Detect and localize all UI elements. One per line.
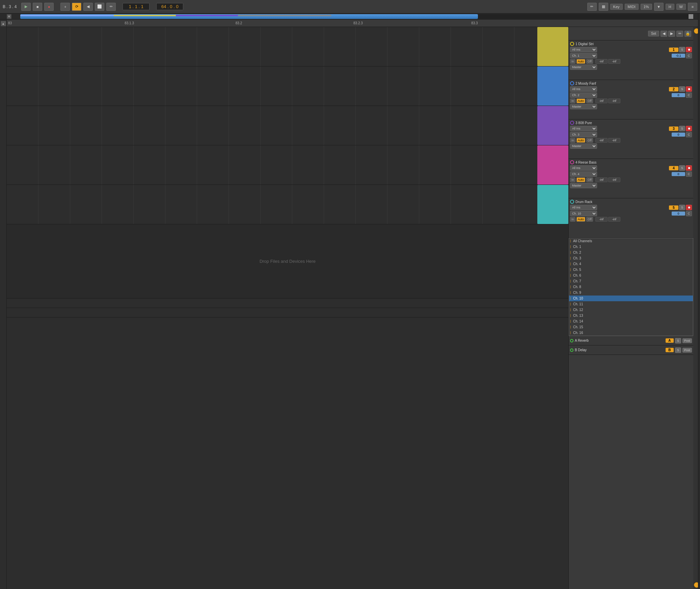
collapse-button[interactable]: ▲ — [1, 21, 6, 26]
track-4-channel-select[interactable]: Ch. 4 — [570, 171, 597, 177]
nav-forward-button[interactable]: ▶ — [668, 31, 675, 37]
track-5-c-button[interactable]: C — [686, 211, 692, 216]
track-2-in-button[interactable]: In — [570, 99, 575, 103]
return-track-b-solo-button[interactable]: S — [675, 347, 681, 353]
menu-button[interactable]: ≡ — [688, 3, 697, 11]
track-2-c-button[interactable]: C — [686, 92, 692, 98]
lock-button[interactable]: 🔒 — [684, 31, 691, 37]
track-4-input-select[interactable]: All Ins — [570, 165, 597, 171]
track-5-rec-button[interactable]: ⏺ — [686, 205, 692, 210]
track-3-output-select[interactable]: Master — [570, 143, 597, 149]
track-1-auto-button[interactable]: Auto — [576, 59, 586, 64]
play-button[interactable]: ▶ — [21, 3, 31, 11]
back-button[interactable]: ◀ — [83, 3, 93, 11]
track-2-rec-button[interactable]: ⏺ — [686, 86, 692, 92]
track-5-input-select[interactable]: All Ins — [570, 205, 597, 210]
track-3-rec-button[interactable]: ⏺ — [686, 126, 692, 131]
mixer-resize-handle[interactable] — [698, 27, 700, 589]
track-2-auto-button[interactable]: Auto — [576, 99, 586, 103]
nav-back-button[interactable]: ◀ — [661, 31, 667, 37]
track-1-in-button[interactable]: In — [570, 59, 575, 64]
track-3-pan[interactable]: 0 — [672, 133, 685, 137]
scroll-thumb[interactable] — [20, 14, 478, 19]
track-5-auto-button[interactable]: Auto — [576, 217, 586, 222]
dropdown-item-ch10-selected[interactable]: | Ch. 10 — [569, 296, 693, 301]
dropdown-item-ch9[interactable]: | Ch. 9 — [569, 290, 693, 296]
scroll-track[interactable] — [20, 14, 693, 19]
dropdown-item-ch16[interactable]: | Ch. 16 — [569, 330, 693, 336]
draw-button[interactable]: ✏ — [106, 3, 116, 11]
track-5-in-button[interactable]: In — [570, 217, 575, 222]
return-track-b-post-button[interactable]: Post — [682, 348, 692, 353]
track-3-input-select[interactable]: All Ins — [570, 126, 597, 131]
close-button[interactable]: ✕ — [7, 14, 11, 19]
clip-button[interactable]: ⬜ — [95, 3, 104, 11]
dropdown-item-ch3[interactable]: | Ch. 3 — [569, 255, 693, 261]
track-1-channel-select[interactable]: Ch. 1 — [570, 53, 597, 58]
dropdown-item-ch1[interactable]: | Ch. 1 — [569, 244, 693, 250]
track-5-off-button[interactable]: Off — [586, 217, 593, 222]
return-track-a-post-button[interactable]: Post — [682, 338, 692, 343]
track-3-solo-button[interactable]: S — [679, 126, 685, 131]
track-2-pan[interactable]: 0 — [672, 93, 685, 97]
track-4-solo-button[interactable]: S — [679, 165, 685, 171]
track-2-inf1: -inf — [595, 99, 608, 103]
track-4-c-button[interactable]: C — [686, 171, 692, 177]
track-4-rec-button[interactable]: ⏺ — [686, 165, 692, 171]
pencil-tool-button[interactable]: ✏ — [587, 3, 597, 11]
track-3-c-button[interactable]: C — [686, 132, 692, 137]
expand-button[interactable]: ▼ — [654, 3, 664, 11]
return-track-a-solo-button[interactable]: S — [675, 338, 681, 343]
track-4-auto-button[interactable]: Auto — [576, 177, 586, 182]
dropdown-item-ch13[interactable]: | Ch. 13 — [569, 313, 693, 318]
dropdown-item-ch5[interactable]: | Ch. 5 — [569, 267, 693, 273]
h-button[interactable]: H — [666, 4, 674, 10]
scroll-marker[interactable] — [689, 14, 693, 19]
track-4-output-select[interactable]: Master — [570, 183, 597, 188]
track-2-output-select[interactable]: Master — [570, 104, 597, 109]
track-3-off-button[interactable]: Off — [586, 138, 593, 143]
dropdown-item-ch4[interactable]: | Ch. 4 — [569, 261, 693, 267]
zoom-display[interactable]: 1% — [641, 4, 652, 10]
track-5-channel-select[interactable]: Ch. 10 — [570, 211, 597, 216]
track-2-channel-select[interactable]: Ch. 2 — [570, 92, 597, 98]
pencil-button[interactable]: ✏ — [676, 31, 683, 37]
track-1-pan[interactable]: -0.1 — [672, 54, 685, 58]
record-button[interactable]: ● — [44, 3, 54, 11]
track-1-output-select[interactable]: Master — [570, 64, 597, 70]
track-1-c-button[interactable]: C — [686, 53, 692, 58]
track-5-solo-button[interactable]: S — [679, 205, 685, 210]
set-button[interactable]: Set — [648, 31, 659, 36]
dropdown-item-ch15[interactable]: | Ch. 15 — [569, 324, 693, 330]
dropdown-item-ch7[interactable]: | Ch. 7 — [569, 278, 693, 284]
track-4-in-button[interactable]: In — [570, 177, 575, 182]
dropdown-item-all-channels[interactable]: | All Channels — [569, 238, 693, 244]
stop-button[interactable]: ■ — [33, 3, 42, 11]
midi-button[interactable]: MIDI — [625, 4, 639, 10]
track-4-off-button[interactable]: Off — [586, 177, 593, 182]
track-1-solo-button[interactable]: S — [679, 47, 685, 52]
dropdown-item-ch2[interactable]: | Ch. 2 — [569, 250, 693, 255]
track-1-off-button[interactable]: Off — [586, 59, 593, 64]
dropdown-item-ch8[interactable]: | Ch. 8 — [569, 284, 693, 290]
track-1-input-select[interactable]: All Ins — [570, 47, 597, 52]
horizontal-scrollbar[interactable]: ✕ — [0, 13, 700, 20]
track-3-channel-select[interactable]: Ch. 3 — [570, 132, 597, 137]
grid-button[interactable]: ▦ — [599, 3, 608, 11]
dropdown-item-ch11[interactable]: | Ch. 11 — [569, 301, 693, 307]
track-1-rec-button[interactable]: ⏺ — [686, 47, 692, 52]
track-5-pan[interactable]: 0 — [672, 212, 685, 216]
track-3-in-button[interactable]: In — [570, 138, 575, 143]
track-2-solo-button[interactable]: S — [679, 86, 685, 92]
dropdown-item-ch6[interactable]: | Ch. 6 — [569, 273, 693, 278]
key-button[interactable]: Key — [610, 4, 623, 10]
track-2-input-select[interactable]: All Ins — [570, 86, 597, 92]
w-button[interactable]: W — [676, 4, 686, 10]
add-button[interactable]: + — [60, 3, 70, 11]
track-3-auto-button[interactable]: Auto — [576, 138, 586, 143]
dropdown-item-ch14[interactable]: | Ch. 14 — [569, 318, 693, 324]
track-2-off-button[interactable]: Off — [586, 99, 593, 103]
dropdown-item-ch12[interactable]: | Ch. 12 — [569, 307, 693, 313]
loop-button[interactable]: ⟳ — [72, 3, 81, 11]
track-4-pan[interactable]: 0 — [672, 172, 685, 176]
